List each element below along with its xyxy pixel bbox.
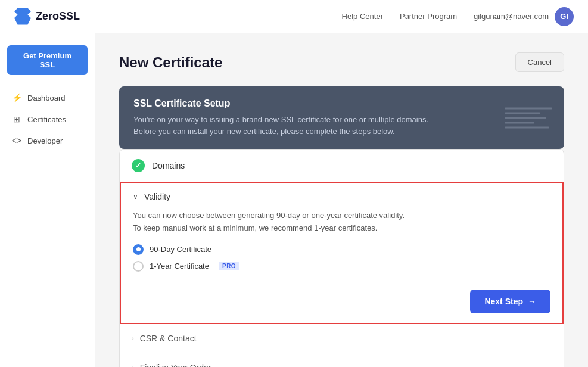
finalize-chevron-icon: › [132, 364, 134, 367]
finalize-header[interactable]: › Finalize Your Order [120, 353, 564, 367]
radio-1year[interactable] [133, 261, 144, 272]
domains-label: Domains [152, 161, 185, 170]
next-step-arrow-icon: → [528, 297, 536, 306]
topbar-nav: Help Center Partner Program gilgunam@nav… [342, 7, 574, 26]
step-validity: ∨ Validity You can now choose between ge… [120, 182, 564, 324]
dashboard-icon: ⚡ [12, 93, 21, 102]
validity-chevron-icon: ∨ [133, 192, 138, 201]
domains-check-icon [132, 159, 145, 172]
validity-body: You can now choose between generating 90… [121, 210, 562, 290]
sidebar: Get Premium SSL ⚡ Dashboard ⊞ Certificat… [0, 33, 95, 367]
pro-badge: PRO [219, 262, 239, 270]
step-domains: Domains [120, 150, 564, 182]
label-1year: 1-Year Certificate [150, 262, 209, 270]
get-premium-ssl-button[interactable]: Get Premium SSL [7, 45, 88, 75]
ssl-banner-title: SSL Certificate Setup [133, 98, 550, 109]
developer-icon: <> [12, 136, 21, 145]
sidebar-item-certificates[interactable]: ⊞ Certificates [0, 108, 95, 130]
partner-program-link[interactable]: Partner Program [400, 12, 457, 21]
page-header: New Certificate Cancel [119, 52, 564, 72]
validity-description: You can now choose between generating 90… [133, 210, 550, 235]
logo-text: ZeroSSL [36, 10, 80, 23]
csr-chevron-icon: › [132, 335, 134, 342]
cancel-button[interactable]: Cancel [515, 52, 564, 72]
main-content: New Certificate Cancel SSL Certificate S… [95, 33, 588, 367]
finalize-label: Finalize Your Order [140, 363, 211, 367]
next-step-button[interactable]: Next Step → [470, 290, 550, 313]
topbar-user: gilgunam@naver.com GI [474, 7, 574, 26]
label-90day: 90-Day Certificate [150, 245, 211, 254]
domains-header[interactable]: Domains [120, 150, 564, 182]
sidebar-item-developer[interactable]: <> Developer [0, 130, 95, 151]
steps-container: Domains ∨ Validity You can now choose be… [119, 149, 564, 367]
help-center-link[interactable]: Help Center [342, 12, 383, 21]
user-email: gilgunam@naver.com [474, 12, 549, 21]
option-90day[interactable]: 90-Day Certificate [133, 244, 550, 255]
next-step-label: Next Step [484, 297, 523, 306]
csr-header[interactable]: › CSR & Contact [120, 324, 564, 353]
logo-icon [14, 8, 31, 25]
radio-90day[interactable] [133, 244, 144, 255]
step-csr: › CSR & Contact [120, 324, 564, 353]
ssl-banner: SSL Certificate Setup You're on your way… [119, 86, 564, 149]
sidebar-label-certificates: Certificates [27, 115, 66, 124]
page-title: New Certificate [119, 54, 222, 71]
sidebar-label-dashboard: Dashboard [27, 94, 66, 102]
ssl-banner-desc: You're on your way to issuing a brand-ne… [133, 114, 550, 137]
option-1year[interactable]: 1-Year Certificate PRO [133, 261, 550, 272]
validity-title: Validity [144, 192, 170, 201]
step-finalize: › Finalize Your Order [120, 353, 564, 367]
sidebar-label-developer: Developer [27, 136, 63, 145]
csr-label: CSR & Contact [140, 334, 197, 343]
sidebar-item-dashboard[interactable]: ⚡ Dashboard [0, 87, 95, 108]
certificates-icon: ⊞ [12, 114, 21, 124]
validity-footer: Next Step → [121, 290, 562, 323]
avatar[interactable]: GI [555, 7, 574, 26]
topbar: ZeroSSL Help Center Partner Program gilg… [0, 0, 588, 33]
validity-header[interactable]: ∨ Validity [121, 184, 562, 210]
banner-decoration [505, 107, 552, 128]
logo: ZeroSSL [14, 8, 80, 25]
